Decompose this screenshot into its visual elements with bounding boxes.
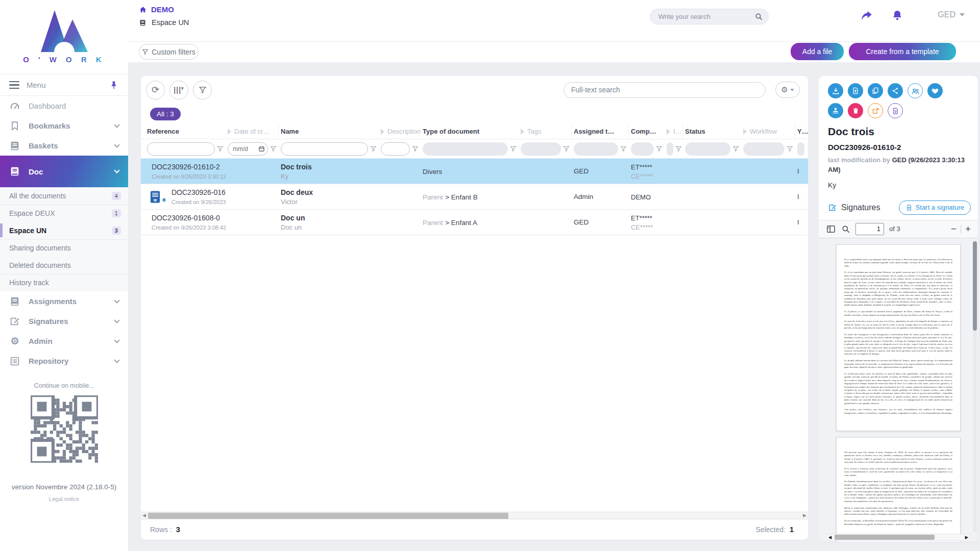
sidebar-item-bookmarks[interactable]: Bookmarks xyxy=(0,116,128,136)
funnel-icon[interactable] xyxy=(270,145,277,152)
scroll-right-arrow-icon[interactable]: ▶ xyxy=(801,513,808,518)
funnel-icon[interactable] xyxy=(732,145,739,152)
funnel-icon[interactable] xyxy=(412,145,419,152)
columns-button[interactable]: |||▾ xyxy=(169,81,188,99)
user-menu[interactable]: GED xyxy=(938,10,965,19)
breadcrumb-home[interactable]: DEMO xyxy=(139,5,189,14)
zoom-in-button[interactable]: + xyxy=(965,224,971,234)
funnel-icon[interactable] xyxy=(510,145,517,152)
sidebar-item-assignments[interactable]: Assignments xyxy=(0,291,128,311)
funnel-icon[interactable] xyxy=(656,145,663,152)
pin-sidebar-icon[interactable] xyxy=(109,80,119,90)
toggle-thumbnails-icon[interactable] xyxy=(826,224,836,234)
filter-workflow-select[interactable] xyxy=(743,142,785,156)
menu-toggle-row[interactable]: Menu xyxy=(0,74,128,96)
copy-button[interactable] xyxy=(868,83,883,98)
filter-y-select[interactable] xyxy=(797,142,804,156)
table-row[interactable]: DOC230926-01610-2Created on 9/26/2023 3:… xyxy=(141,159,808,184)
chevron-down-icon xyxy=(114,297,119,303)
fulltext-search-input[interactable] xyxy=(571,86,758,94)
sidebar-item-repository[interactable]: Repository xyxy=(0,351,128,371)
filter-status-select[interactable] xyxy=(685,142,730,156)
start-signature-button[interactable]: Start a signature xyxy=(899,201,971,215)
document-properties-button[interactable] xyxy=(888,103,903,118)
hamburger-icon[interactable] xyxy=(9,81,19,89)
create-from-template-button[interactable]: Create from a template xyxy=(849,43,956,60)
column-header-description[interactable]: Description xyxy=(379,124,421,139)
download-button[interactable] xyxy=(828,83,843,98)
share-icon[interactable] xyxy=(860,9,873,22)
column-header-comp[interactable]: Comp… xyxy=(629,124,665,139)
share-button[interactable] xyxy=(888,83,903,98)
open-external-button[interactable] xyxy=(868,103,883,118)
sidebar-item-doc[interactable]: Doc xyxy=(0,156,128,187)
delete-button[interactable] xyxy=(848,103,863,118)
column-header-assigned[interactable]: Assigned t… xyxy=(572,124,629,139)
custom-filters-button[interactable]: Custom filters xyxy=(139,44,199,60)
column-header-tags[interactable]: Tags xyxy=(519,124,572,139)
refresh-button[interactable]: ⟳ xyxy=(146,81,165,99)
column-header-y[interactable]: Y… xyxy=(795,124,808,139)
add-a-file-button[interactable]: Add a file xyxy=(791,43,844,60)
stamp-button[interactable] xyxy=(828,103,843,118)
search-document-icon[interactable] xyxy=(841,224,850,234)
count-badge: 3 xyxy=(112,227,121,235)
sidebar-item-espace-un[interactable]: Espace UN 3 xyxy=(0,222,128,239)
upload-version-button[interactable] xyxy=(848,83,863,98)
scroll-left-arrow-icon[interactable]: ◀ xyxy=(141,513,148,518)
column-header-type[interactable]: Type of document xyxy=(421,124,519,139)
legal-notice-link[interactable]: Legal notice xyxy=(0,496,128,502)
pdf-horizontal-scrollbar[interactable]: ◀ ▶ xyxy=(826,534,971,541)
funnel-icon[interactable] xyxy=(563,145,570,152)
column-header-reference[interactable]: Reference xyxy=(145,124,226,139)
notifications-bell-icon[interactable] xyxy=(891,9,903,21)
scroll-right-arrow-icon[interactable]: ▶ xyxy=(963,534,970,540)
filter-i-select[interactable] xyxy=(667,142,673,156)
funnel-icon[interactable] xyxy=(620,145,627,152)
scrollbar-thumb[interactable] xyxy=(973,241,977,331)
column-header-status[interactable]: Status xyxy=(683,124,741,139)
assign-users-button[interactable] xyxy=(908,83,923,98)
search-icon[interactable] xyxy=(754,12,763,21)
filter-assigned-select[interactable] xyxy=(574,142,618,156)
sidebar-item-sharing-documents[interactable]: Sharing documents xyxy=(0,239,128,257)
scroll-left-arrow-icon[interactable]: ◀ xyxy=(826,534,834,540)
global-search-input[interactable] xyxy=(658,13,754,20)
calendar-icon[interactable] xyxy=(258,145,265,152)
sidebar-item-signatures[interactable]: Signatures xyxy=(0,311,128,331)
filter-chip-all[interactable]: All : 3 xyxy=(150,108,181,120)
filter-name-input[interactable] xyxy=(281,142,368,156)
funnel-icon[interactable] xyxy=(787,145,793,152)
column-header-i[interactable]: I… xyxy=(665,124,683,139)
table-row[interactable]: DOC230926-01609-0Created on 9/26/2023 3:… xyxy=(141,184,808,210)
table-settings-button[interactable]: ⚙ xyxy=(775,82,800,98)
zoom-out-button[interactable]: − xyxy=(951,224,957,234)
filter-type-select[interactable] xyxy=(423,142,508,156)
sidebar-item-espace-deux[interactable]: Espace DEUX 1 xyxy=(0,205,128,222)
funnel-icon[interactable] xyxy=(370,145,377,152)
sidebar-item-history-track[interactable]: History track xyxy=(0,274,128,291)
filter-button[interactable] xyxy=(193,81,212,99)
column-header-workflow[interactable]: Workflow xyxy=(741,124,795,139)
sidebar-item-dashboard[interactable]: Dashboard xyxy=(0,96,128,116)
filter-comp-select[interactable] xyxy=(631,142,654,156)
sidebar-item-deleted-documents[interactable]: Deleted documents xyxy=(0,257,128,274)
sidebar-item-all-documents[interactable]: All the documents 4 xyxy=(0,187,128,205)
filter-reference-input[interactable] xyxy=(147,142,215,156)
scrollbar-thumb[interactable] xyxy=(148,513,508,519)
favorite-button[interactable] xyxy=(927,83,943,98)
sidebar-item-baskets[interactable]: Baskets xyxy=(0,136,128,156)
column-header-name[interactable]: Name xyxy=(279,124,379,139)
breadcrumb-space[interactable]: Espace UN xyxy=(139,18,189,27)
sidebar-item-admin[interactable]: ⚙ Admin xyxy=(0,331,128,351)
funnel-icon[interactable] xyxy=(675,145,682,152)
pdf-vertical-scrollbar[interactable] xyxy=(973,240,977,533)
column-header-date[interactable]: Date of cr… xyxy=(226,124,279,139)
table-row[interactable]: DOC230926-01608-0Created on 9/26/2023 3:… xyxy=(141,210,808,235)
scrollbar-thumb[interactable] xyxy=(835,535,935,540)
filter-tags-select[interactable] xyxy=(521,142,561,156)
filter-description-input[interactable] xyxy=(381,142,410,156)
table-horizontal-scrollbar[interactable]: ◀ ▶ xyxy=(141,512,808,519)
page-number-input[interactable] xyxy=(855,223,884,235)
funnel-icon[interactable] xyxy=(217,145,224,152)
